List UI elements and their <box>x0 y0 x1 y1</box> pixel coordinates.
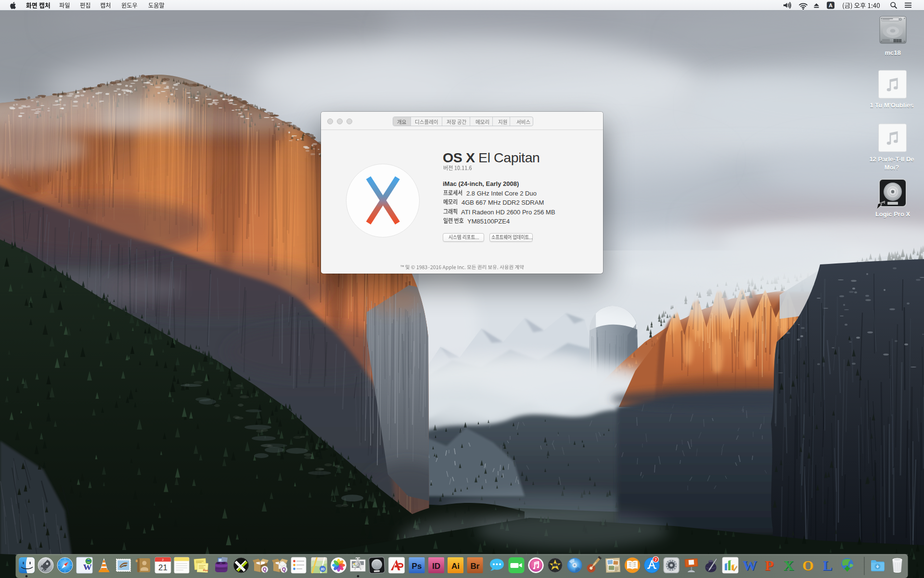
svg-text:21: 21 <box>158 563 167 572</box>
svg-text:Q: Q <box>263 567 267 572</box>
svg-text:O: O <box>802 557 813 573</box>
svg-text:Br: Br <box>471 562 480 571</box>
svg-text:Q: Q <box>282 567 286 572</box>
svg-text:X: X <box>783 557 794 573</box>
svg-text:ID: ID <box>432 562 440 571</box>
svg-text:L: L <box>822 557 832 573</box>
svg-text:Ai: Ai <box>451 562 460 571</box>
svg-text:Plus: Plus <box>203 569 208 572</box>
svg-text:W: W <box>743 557 757 573</box>
svg-text:7: 7 <box>654 557 657 562</box>
svg-text:A: A <box>829 2 833 8</box>
svg-text:Ps: Ps <box>412 562 422 571</box>
svg-text:P: P <box>765 557 773 573</box>
svg-text:3D: 3D <box>321 567 325 571</box>
